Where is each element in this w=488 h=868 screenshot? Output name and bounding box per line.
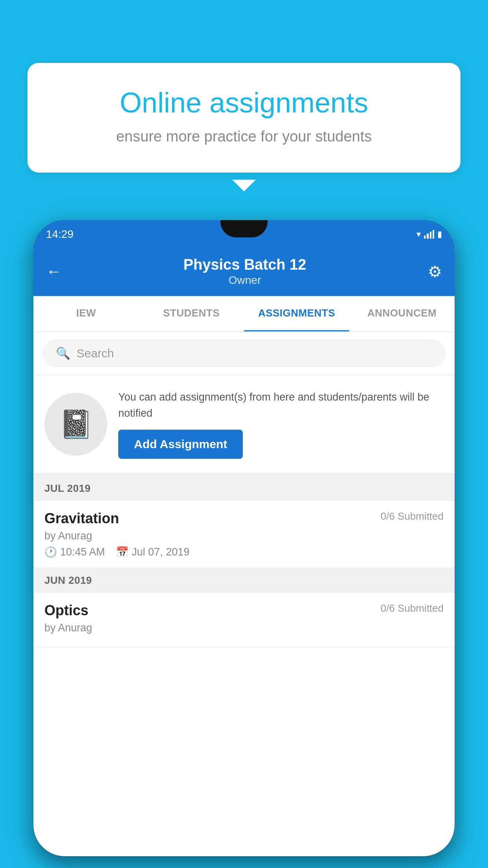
- time-value-gravitation: 10:45 AM: [60, 546, 105, 558]
- assignment-submitted-optics: 0/6 Submitted: [381, 602, 444, 614]
- status-bar: 14:29 ▾ ▮: [33, 220, 455, 248]
- month-header-jul: JUL 2019: [33, 476, 455, 501]
- phone-frame: 14:29 ▾ ▮ ← Physics Batch 12 Owner ⚙: [33, 220, 455, 856]
- tab-assignments[interactable]: ASSIGNMENTS: [244, 296, 349, 331]
- search-bar[interactable]: 🔍 Search: [43, 340, 445, 367]
- assignment-icon: 📓: [59, 408, 93, 440]
- assignment-meta-gravitation: 🕐 10:45 AM 📅 Jul 07, 2019: [44, 546, 444, 558]
- speech-bubble-subtitle: ensure more practice for your students: [59, 128, 429, 145]
- assignment-item-gravitation[interactable]: Gravitation 0/6 Submitted by Anurag 🕐 10…: [33, 501, 455, 568]
- promo-description: You can add assignment(s) from here and …: [118, 389, 444, 421]
- assignment-time-gravitation: 🕐 10:45 AM: [44, 546, 105, 558]
- assignment-title-gravitation: Gravitation: [44, 510, 119, 527]
- speech-bubble-container: Online assignments ensure more practice …: [28, 63, 460, 173]
- date-value-gravitation: Jul 07, 2019: [132, 546, 189, 558]
- assignment-date-gravitation: 📅 Jul 07, 2019: [116, 546, 189, 558]
- tabs-container: IEW STUDENTS ASSIGNMENTS ANNOUNCEM: [33, 296, 455, 332]
- header-title: Physics Batch 12: [183, 256, 306, 273]
- assignment-top-row-optics: Optics 0/6 Submitted: [44, 602, 444, 619]
- speech-bubble: Online assignments ensure more practice …: [28, 63, 460, 173]
- header-subtitle: Owner: [183, 274, 306, 287]
- clock-icon: 🕐: [44, 546, 57, 558]
- speech-bubble-title: Online assignments: [59, 86, 429, 119]
- add-assignment-button[interactable]: Add Assignment: [118, 430, 243, 459]
- app-header: ← Physics Batch 12 Owner ⚙: [33, 248, 455, 296]
- search-icon: 🔍: [56, 346, 70, 360]
- status-icons: ▾ ▮: [416, 229, 442, 239]
- assignment-submitted-gravitation: 0/6 Submitted: [381, 510, 444, 522]
- back-button[interactable]: ←: [46, 263, 62, 280]
- tab-iew[interactable]: IEW: [33, 296, 139, 331]
- promo-text-area: You can add assignment(s) from here and …: [118, 389, 444, 459]
- assignment-item-optics[interactable]: Optics 0/6 Submitted by Anurag: [33, 593, 455, 648]
- calendar-icon: 📅: [116, 546, 128, 558]
- gear-icon[interactable]: ⚙: [428, 263, 442, 281]
- assignment-title-optics: Optics: [44, 602, 88, 619]
- signal-icon: [424, 230, 434, 239]
- month-header-jun: JUN 2019: [33, 568, 455, 593]
- phone-screen: ← Physics Batch 12 Owner ⚙ IEW STUDENTS …: [33, 248, 455, 856]
- promo-icon-circle: 📓: [44, 393, 107, 456]
- battery-icon: ▮: [437, 229, 442, 239]
- assignment-top-row: Gravitation 0/6 Submitted: [44, 510, 444, 527]
- tab-students[interactable]: STUDENTS: [139, 296, 244, 331]
- assignment-author-gravitation: by Anurag: [44, 530, 444, 542]
- tab-announcements[interactable]: ANNOUNCEM: [349, 296, 455, 331]
- assignment-author-optics: by Anurag: [44, 622, 444, 634]
- search-bar-container: 🔍 Search: [33, 332, 455, 375]
- header-center: Physics Batch 12 Owner: [183, 256, 306, 287]
- status-time: 14:29: [46, 228, 73, 241]
- search-placeholder: Search: [77, 347, 114, 360]
- phone-notch: [220, 220, 268, 237]
- promo-section: 📓 You can add assignment(s) from here an…: [33, 375, 455, 476]
- wifi-icon: ▾: [416, 229, 421, 239]
